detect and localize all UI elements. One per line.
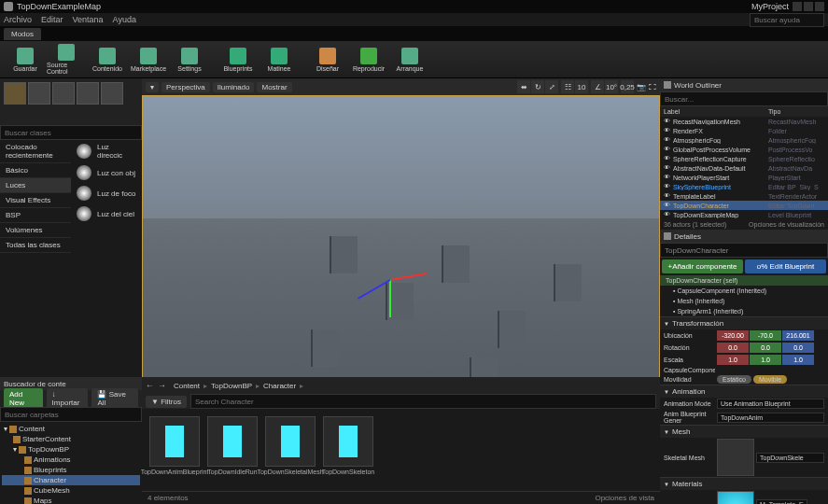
minimize-icon[interactable] — [793, 2, 802, 11]
outliner-row[interactable]: 👁RecastNavigationMeshRecastNavMesh — [660, 117, 828, 126]
mobility-movable[interactable]: Movible — [753, 375, 787, 384]
cb-search-assets[interactable] — [190, 394, 656, 409]
outliner-row[interactable]: 👁SkySphereBlueprintEditar BP_Sky_S — [660, 182, 828, 191]
component-root[interactable]: TopDownCharacter (self) — [660, 275, 828, 286]
scale-gizmo-icon[interactable]: ⤢ — [545, 80, 558, 93]
launch-button[interactable]: Arranque — [390, 43, 429, 77]
search-help-input[interactable] — [750, 13, 824, 27]
skeletal-mesh-thumb[interactable] — [717, 439, 754, 476]
viewport-options-button[interactable]: ▾ — [146, 82, 159, 92]
visibility-icon[interactable]: 👁 — [664, 192, 671, 200]
tree-anim[interactable]: Animations — [2, 455, 140, 465]
filters-button[interactable]: ▼ Filtros — [146, 396, 187, 408]
content-button[interactable]: Contenido — [88, 43, 127, 77]
light-spot[interactable]: Luz de foco — [71, 183, 142, 203]
outliner-col-type[interactable]: Tipo — [768, 108, 824, 115]
visibility-icon[interactable]: 👁 — [664, 155, 671, 162]
section-materials[interactable]: Materials — [660, 478, 828, 490]
source-control-button[interactable]: Source Control — [47, 43, 86, 77]
scale-z[interactable]: 1.0 — [782, 355, 814, 365]
tree-character[interactable]: Character — [2, 475, 140, 485]
outliner-row[interactable]: 👁SphereReflectionCaptureSphereReflectio — [660, 154, 828, 163]
visibility-icon[interactable]: 👁 — [664, 183, 671, 190]
asset-item[interactable]: TopDownIdleRun — [207, 416, 258, 475]
skeletal-mesh-combo[interactable]: TopDownSkele — [756, 453, 824, 463]
save-button[interactable]: Guardar — [6, 43, 45, 77]
outliner-row[interactable]: 👁TopDownCharacterEditar TopDown — [660, 201, 828, 210]
outliner-row[interactable]: 👁AbstractNavData-DefaultAbstractNavDa — [660, 163, 828, 173]
maximize-viewport-icon[interactable]: ⛶ — [649, 83, 656, 91]
material-thumb[interactable] — [717, 491, 754, 504]
visibility-icon[interactable]: 👁 — [664, 174, 671, 181]
component-row[interactable]: ▪ SpringArm1 (Inherited) — [660, 306, 828, 316]
tree-content[interactable]: ▾Content — [2, 424, 140, 434]
cat-basico[interactable]: Básico — [0, 163, 71, 178]
add-new-button[interactable]: Add New — [4, 388, 43, 409]
nav-fwd-icon[interactable]: → — [158, 381, 166, 390]
blueprints-button[interactable]: Blueprints — [218, 43, 258, 77]
loc-z[interactable]: 216.001 — [782, 330, 814, 341]
grid-snap-value[interactable]: 10 — [575, 80, 588, 93]
menu-ayuda[interactable]: Ayuda — [113, 15, 136, 24]
tree-bp[interactable]: Blueprints — [2, 465, 140, 475]
tree-cube[interactable]: CubeMesh — [2, 485, 140, 496]
edit-blueprint-button[interactable]: o% Edit Blueprint — [745, 259, 826, 273]
nav-back-icon[interactable]: ← — [146, 381, 154, 390]
visibility-icon[interactable]: 👁 — [664, 146, 671, 153]
mode-foliage-icon[interactable] — [77, 82, 99, 105]
import-button[interactable]: ↓ Importar — [47, 388, 89, 409]
menu-editar[interactable]: Editar — [41, 15, 63, 24]
rot-z[interactable]: 0.0 — [782, 343, 814, 353]
outliner-row[interactable]: 👁TemplateLabelTextRenderActor — [660, 191, 828, 201]
rot-x[interactable]: 0.0 — [717, 343, 749, 353]
settings-button[interactable]: Settings — [170, 43, 209, 77]
grid-snap-icon[interactable]: ☷ — [561, 80, 574, 93]
tab-modos[interactable]: Modos — [4, 28, 41, 40]
viewport-lit[interactable]: Iluminado — [213, 82, 255, 92]
section-transform[interactable]: Transformación — [660, 317, 828, 329]
rot-y[interactable]: 0.0 — [750, 343, 781, 353]
matinee-button[interactable]: Matinee — [260, 43, 299, 77]
component-row[interactable]: ▪ CapsuleComponent (Inherited) — [660, 286, 828, 296]
scale-y[interactable]: 1.0 — [750, 355, 781, 365]
mode-place-icon[interactable] — [4, 82, 26, 105]
section-mesh[interactable]: Mesh — [660, 426, 828, 438]
anim-mode-combo[interactable]: Use Animation Blueprint — [717, 399, 824, 409]
outliner-col-label[interactable]: Label — [664, 108, 768, 115]
loc-x[interactable]: -320.00 — [717, 330, 749, 341]
visibility-icon[interactable]: 👁 — [664, 211, 671, 218]
details-actor-name[interactable] — [660, 243, 828, 258]
transform-gizmo[interactable] — [390, 279, 392, 281]
rotate-gizmo-icon[interactable]: ↻ — [531, 80, 544, 93]
scale-snap-value[interactable]: 0,25 — [621, 80, 634, 93]
cat-todas[interactable]: Todas las clases — [0, 238, 71, 253]
outliner-row[interactable]: 👁AtmosphericFogAtmosphericFog — [660, 135, 828, 145]
asset-item[interactable]: TopDownSkeleton — [323, 416, 373, 475]
crumb-topdown[interactable]: TopDownBP — [211, 382, 252, 390]
component-row[interactable]: ▪ Mesh (Inherited) — [660, 296, 828, 306]
outliner-row[interactable]: 👁NetworkPlayerStartPlayerStart — [660, 173, 828, 182]
outliner-row[interactable]: 👁RenderFXFolder — [660, 126, 828, 135]
cat-vfx[interactable]: Visual Effects — [0, 193, 71, 208]
maximize-icon[interactable] — [804, 2, 813, 11]
tree-maps[interactable]: Maps — [2, 496, 140, 504]
viewport-perspective[interactable]: Perspectiva — [161, 82, 210, 92]
tree-starter[interactable]: StarterContent — [2, 434, 140, 444]
marketplace-button[interactable]: Marketplace — [129, 43, 168, 77]
visibility-icon[interactable]: 👁 — [664, 127, 671, 134]
light-point[interactable]: Luz con obj — [71, 162, 142, 183]
angle-snap-value[interactable]: 10° — [605, 80, 618, 93]
section-animation[interactable]: Animation — [660, 385, 828, 398]
tree-topdown[interactable]: ▾TopDownBP — [2, 444, 140, 455]
visibility-icon[interactable]: 👁 — [664, 202, 671, 209]
mode-geometry-icon[interactable] — [101, 82, 123, 105]
asset-item[interactable]: TopDownSkeletalMesh — [265, 416, 316, 475]
mobility-static[interactable]: Estático — [717, 375, 751, 384]
play-button[interactable]: Reproducir — [349, 43, 388, 77]
light-sky[interactable]: Luz del ciel — [71, 203, 142, 224]
anim-bp-combo[interactable]: TopDownAnim — [717, 413, 824, 423]
outliner-row[interactable]: 👁TopDownExampleMapLevel Blueprint — [660, 210, 828, 219]
cb-search-paths[interactable] — [0, 407, 142, 422]
visibility-icon[interactable]: 👁 — [664, 164, 671, 172]
loc-y[interactable]: -70.0 — [750, 330, 781, 341]
